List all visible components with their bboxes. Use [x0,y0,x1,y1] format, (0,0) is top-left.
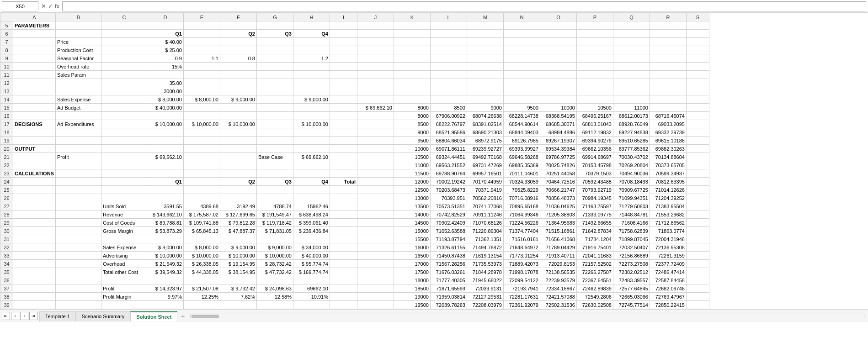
cell-F12[interactable] [220,79,256,87]
tab-nav-last[interactable]: ⇥ [29,312,37,320]
cell-G39[interactable] [256,301,293,309]
cell-R37[interactable]: 72682.09746 [650,284,686,293]
cell-I23[interactable] [330,169,357,178]
cell-L7[interactable] [430,38,467,46]
row-header-28[interactable]: 28 [0,210,13,219]
row-header-33[interactable]: 33 [0,252,13,260]
cell-P36[interactable]: 72367.64551 [576,276,613,284]
cell-M33[interactable]: 71619.13154 [467,252,503,260]
cell-D37[interactable]: $ 14,323.97 [147,284,183,293]
cell-D5[interactable] [147,21,183,30]
cell-P33[interactable]: 72041.11683 [576,252,613,260]
cell-Q24[interactable]: 70708.18493 [613,178,650,186]
cell-I6[interactable] [330,30,357,38]
cell-M10[interactable] [467,63,503,71]
cell-C20[interactable] [101,145,147,153]
cell-O30[interactable]: 71515.16861 [540,227,576,235]
cell-H30[interactable]: $ 239,436.84 [293,227,330,235]
cell-S9[interactable] [686,54,709,63]
cell-I13[interactable] [330,87,357,95]
grid-wrapper[interactable]: A B C D E F G H I J K L M N O P Q R S [0,13,868,309]
cell-N23[interactable]: 70111.04601 [503,169,540,178]
col-header-d[interactable]: D [147,13,183,21]
cell-H24[interactable]: Q4 [293,178,330,186]
cell-A6[interactable] [13,30,56,38]
cell-S24[interactable] [686,178,709,186]
cell-G29[interactable]: $ 119,718.42 [256,219,293,227]
cell-Q31[interactable]: 71899.87045 [613,235,650,243]
cell-G17[interactable] [256,120,293,128]
cell-J30[interactable] [357,227,394,235]
cell-L33[interactable]: 71450.87438 [430,252,467,260]
cell-C6[interactable] [101,30,147,38]
cell-N37[interactable]: 72193.7941 [503,284,540,293]
cell-B32[interactable] [55,243,101,252]
cell-S34[interactable] [686,260,709,268]
cell-K31[interactable]: 15500 [394,235,430,243]
cell-L21[interactable]: 69324.44451 [430,153,467,161]
row-header-37[interactable]: 37 [0,284,13,293]
cell-Q14[interactable] [613,95,650,104]
cell-G24[interactable]: Q3 [256,178,293,186]
cell-Q20[interactable]: 69777.85362 [613,145,650,153]
cell-D30[interactable]: $ 53,873.29 [147,227,183,235]
cell-E10[interactable] [183,63,220,71]
cell-L28[interactable]: 70742.82529 [430,210,467,219]
cell-F34[interactable]: $ 19,154.95 [220,260,256,268]
cell-O22[interactable]: 70025.74826 [540,161,576,169]
cell-A30[interactable] [13,227,56,235]
cell-J22[interactable] [357,161,394,169]
cell-D20[interactable] [147,145,183,153]
cell-H34[interactable]: $ 95,774.74 [293,260,330,268]
cell-E39[interactable] [183,301,220,309]
cell-N14[interactable] [503,95,540,104]
cell-F33[interactable]: $ 10,000.00 [220,252,256,260]
cell-A7[interactable] [13,38,56,46]
row-header-29[interactable]: 29 [0,219,13,227]
cell-P21[interactable]: 69914.68697 [576,153,613,161]
cell-L24[interactable]: 70002.19242 [430,178,467,186]
cell-G35[interactable]: $ 47,732.42 [256,268,293,276]
cell-H14[interactable]: $ 9,000.00 [293,95,330,104]
cell-N33[interactable]: 71773.01254 [503,252,540,260]
tab-solution-sheet[interactable]: Solution Sheet [130,311,177,321]
cell-F36[interactable] [220,276,256,284]
cell-F16[interactable] [220,112,256,120]
cell-K12[interactable] [394,79,430,87]
cell-H6[interactable]: Q4 [293,30,330,38]
cell-D12[interactable]: 35.00 [147,79,183,87]
cell-H15[interactable] [293,104,330,112]
cell-I11[interactable] [330,71,357,79]
cell-S25[interactable] [686,186,709,194]
cell-Q9[interactable] [613,54,650,63]
cell-A19[interactable] [13,137,56,145]
cell-R22[interactable]: 70373.65705 [650,161,686,169]
cell-R34[interactable]: 72377.72409 [650,260,686,268]
cell-J19[interactable] [357,137,394,145]
row-header-14[interactable]: 14 [0,95,13,104]
cell-O24[interactable]: 70464.72516 [540,178,576,186]
cell-G30[interactable]: $ 71,831.05 [256,227,293,235]
cell-K17[interactable]: 8500 [394,120,430,128]
cell-S11[interactable] [686,71,709,79]
cell-F6[interactable]: Q2 [220,30,256,38]
cell-B33[interactable] [55,252,101,260]
col-header-g[interactable]: G [256,13,293,21]
cell-I30[interactable] [330,227,357,235]
cell-R35[interactable]: 72486.47414 [650,268,686,276]
cell-C39[interactable] [101,301,147,309]
cell-L5[interactable] [430,21,467,30]
row-header-22[interactable]: 22 [0,161,13,169]
cell-H25[interactable] [293,186,330,194]
cell-Q17[interactable]: 68928.76049 [613,120,650,128]
cell-H19[interactable] [293,137,330,145]
cell-F15[interactable] [220,104,256,112]
cell-F5[interactable] [220,21,256,30]
cell-B31[interactable] [55,235,101,243]
cell-E5[interactable] [183,21,220,30]
tab-nav-first[interactable]: ⇤ [2,312,10,320]
cell-M21[interactable]: 69492.70168 [467,153,503,161]
cell-H35[interactable]: $ 169,774.74 [293,268,330,276]
cell-R32[interactable]: 72136.95308 [650,243,686,252]
col-header-a[interactable]: A [13,13,56,21]
